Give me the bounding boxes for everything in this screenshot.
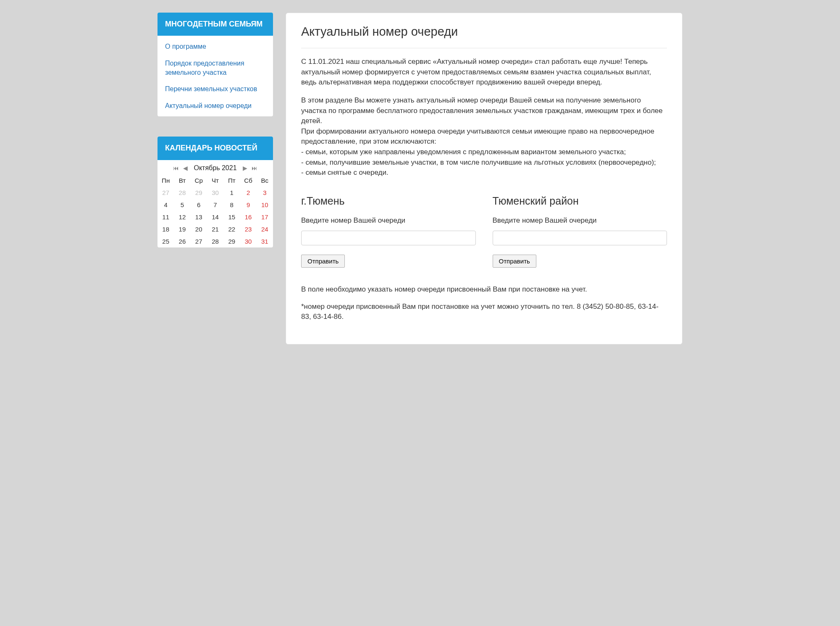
calendar-row: 45678910 bbox=[158, 199, 273, 211]
calendar-title: КАЛЕНДАРЬ НОВОСТЕЙ bbox=[158, 137, 273, 160]
form-label-district: Введите номер Вашей очереди bbox=[493, 216, 667, 225]
calendar-weekday: Пт bbox=[223, 174, 240, 187]
calendar-day[interactable]: 20 bbox=[191, 223, 207, 235]
footnote-1: В поле необходимо указать номер очереди … bbox=[301, 284, 667, 295]
sidebar-menu-widget: МНОГОДЕТНЫМ СЕМЬЯМ О программе Порядок п… bbox=[158, 13, 273, 116]
intro-paragraph-1: С 11.01.2021 наш специальный сервис «Акт… bbox=[301, 57, 667, 88]
calendar-row: 11121314151617 bbox=[158, 211, 273, 223]
calendar-weekday: Чт bbox=[207, 174, 223, 187]
calendar-day[interactable]: 8 bbox=[223, 199, 240, 211]
calendar-day[interactable]: 10 bbox=[257, 199, 273, 211]
calendar-day[interactable]: 30 bbox=[240, 235, 256, 247]
calendar-day[interactable]: 29 bbox=[223, 235, 240, 247]
calendar-table: ПнВтСрЧтПтСбВс 2728293012345678910111213… bbox=[158, 174, 273, 247]
calendar-widget: КАЛЕНДАРЬ НОВОСТЕЙ ⏮ ◀ Октябрь 2021 ▶ ⏭ … bbox=[158, 137, 273, 247]
form-tyumen-district: Тюменский район Введите номер Вашей очер… bbox=[493, 195, 667, 268]
calendar-day[interactable]: 27 bbox=[191, 235, 207, 247]
calendar-day[interactable]: 23 bbox=[240, 223, 256, 235]
calendar-day[interactable]: 22 bbox=[223, 223, 240, 235]
calendar-day[interactable]: 18 bbox=[158, 223, 174, 235]
calendar-month-label: Октябрь 2021 bbox=[191, 164, 239, 172]
calendar-weekday: Ср bbox=[191, 174, 207, 187]
calendar-day[interactable]: 11 bbox=[158, 211, 174, 223]
calendar-day[interactable]: 3 bbox=[257, 187, 273, 199]
footnote-2: *номер очереди присвоенный Вам при поста… bbox=[301, 302, 667, 322]
nav-link-queue-number[interactable]: Актуальный номер очереди bbox=[158, 97, 273, 114]
submit-button-city[interactable]: Отправить bbox=[301, 255, 345, 268]
calendar-day[interactable]: 28 bbox=[174, 187, 190, 199]
page-title: Актуальный номер очереди bbox=[301, 25, 667, 39]
calendar-day[interactable]: 30 bbox=[207, 187, 223, 199]
calendar-weekday: Пн bbox=[158, 174, 174, 187]
calendar-day[interactable]: 15 bbox=[223, 211, 240, 223]
calendar-day[interactable]: 19 bbox=[174, 223, 190, 235]
calendar-day[interactable]: 29 bbox=[191, 187, 207, 199]
sidebar-menu-body: О программе Порядок предоставления земел… bbox=[158, 36, 273, 116]
queue-input-district[interactable] bbox=[493, 231, 667, 245]
calendar-weekday: Сб bbox=[240, 174, 256, 187]
calendar-body: 2728293012345678910111213141516171819202… bbox=[158, 187, 273, 247]
calendar-day[interactable]: 12 bbox=[174, 211, 190, 223]
calendar-weekday: Вс bbox=[257, 174, 273, 187]
queue-input-city[interactable] bbox=[301, 231, 476, 245]
calendar-day[interactable]: 31 bbox=[257, 235, 273, 247]
calendar-weekday-row: ПнВтСрЧтПтСбВс bbox=[158, 174, 273, 187]
form-tyumen-city: г.Тюмень Введите номер Вашей очереди Отп… bbox=[301, 195, 476, 268]
intro-paragraph-2: В этом разделе Вы можете узнать актуальн… bbox=[301, 95, 667, 178]
calendar-next-icon[interactable]: ▶ bbox=[242, 165, 248, 171]
calendar-row: 25262728293031 bbox=[158, 235, 273, 247]
calendar-day[interactable]: 2 bbox=[240, 187, 256, 199]
calendar-row: 18192021222324 bbox=[158, 223, 273, 235]
calendar-day[interactable]: 4 bbox=[158, 199, 174, 211]
calendar-day[interactable]: 13 bbox=[191, 211, 207, 223]
calendar-row: 27282930123 bbox=[158, 187, 273, 199]
calendar-day[interactable]: 9 bbox=[240, 199, 256, 211]
calendar-last-icon[interactable]: ⏭ bbox=[251, 165, 258, 171]
nav-link-procedure[interactable]: Порядок предоставления земельного участк… bbox=[158, 55, 273, 81]
form-heading-district: Тюменский район bbox=[493, 195, 667, 207]
calendar-day[interactable]: 5 bbox=[174, 199, 190, 211]
calendar-day[interactable]: 7 bbox=[207, 199, 223, 211]
form-heading-city: г.Тюмень bbox=[301, 195, 476, 207]
calendar-prev-icon[interactable]: ◀ bbox=[182, 165, 189, 171]
sidebar-menu-title: МНОГОДЕТНЫМ СЕМЬЯМ bbox=[158, 13, 273, 36]
calendar-day[interactable]: 17 bbox=[257, 211, 273, 223]
calendar-day[interactable]: 6 bbox=[191, 199, 207, 211]
calendar-day[interactable]: 26 bbox=[174, 235, 190, 247]
calendar-day[interactable]: 16 bbox=[240, 211, 256, 223]
calendar-first-icon[interactable]: ⏮ bbox=[172, 165, 180, 171]
calendar-day[interactable]: 28 bbox=[207, 235, 223, 247]
calendar-day[interactable]: 21 bbox=[207, 223, 223, 235]
calendar-nav: ⏮ ◀ Октябрь 2021 ▶ ⏭ bbox=[158, 160, 273, 174]
form-label-city: Введите номер Вашей очереди bbox=[301, 216, 476, 225]
main-content: Актуальный номер очереди С 11.01.2021 на… bbox=[286, 13, 682, 345]
calendar-day[interactable]: 27 bbox=[158, 187, 174, 199]
calendar-weekday: Вт bbox=[174, 174, 190, 187]
calendar-day[interactable]: 24 bbox=[257, 223, 273, 235]
calendar-day[interactable]: 1 bbox=[223, 187, 240, 199]
nav-link-about[interactable]: О программе bbox=[158, 38, 273, 55]
submit-button-district[interactable]: Отправить bbox=[493, 255, 536, 268]
title-divider bbox=[301, 48, 667, 48]
calendar-day[interactable]: 25 bbox=[158, 235, 174, 247]
calendar-day[interactable]: 14 bbox=[207, 211, 223, 223]
queue-forms: г.Тюмень Введите номер Вашей очереди Отп… bbox=[301, 195, 667, 268]
nav-link-land-lists[interactable]: Перечни земельных участков bbox=[158, 81, 273, 97]
